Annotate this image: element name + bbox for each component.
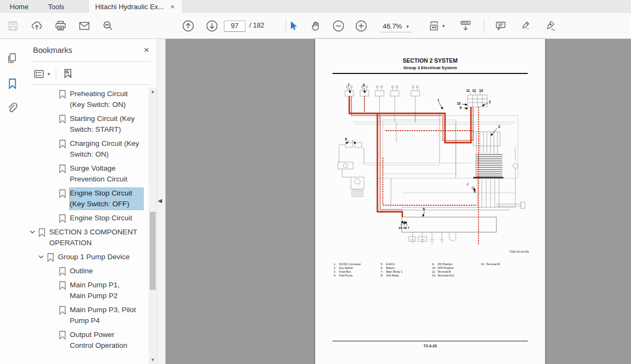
bookmarks-scrollbar[interactable]: ▲ ▼ xyxy=(149,87,157,364)
wiring-diagram: 7 8 1 11 12 13 10 9 2 3 6 J 4 5 34 48 7 xyxy=(331,82,529,251)
callout-1: 1 xyxy=(437,99,440,103)
legend-label: DC/DC Converter xyxy=(339,262,361,266)
divider xyxy=(32,84,150,85)
bookmark-icon xyxy=(58,331,67,340)
legend-label: Fuse Box xyxy=(339,270,351,273)
callout-13: 13 xyxy=(479,89,483,93)
bookmark-item[interactable]: Surge Voltage Prevention Circuit xyxy=(24,163,144,185)
page-number-input[interactable]: 97 xyxy=(224,21,245,32)
callout-4: 4 xyxy=(474,190,476,194)
bookmark-item-selected[interactable]: Engine Stop Circuit (Key Switch: OFF) xyxy=(24,188,144,210)
callout-11: 11 xyxy=(466,89,470,93)
bookmark-icon xyxy=(58,214,67,223)
legend-num: 7- xyxy=(381,270,386,274)
bookmark-item-section[interactable]: SECTION 3 COMPONENT OPERATION xyxy=(24,227,144,248)
bookmark-item-group[interactable]: Group 1 Pump Device xyxy=(24,252,144,262)
legend-num: 12- xyxy=(432,274,437,278)
legend-num: 5- xyxy=(381,262,386,266)
save-icon[interactable] xyxy=(6,19,19,32)
navigation-rail xyxy=(0,39,24,364)
tab-bar: Home Tools Hitachi Hydraulic Ex... × xyxy=(0,0,631,13)
pdf-page: SECTION 2 SYSTEM Group 3 Electrical Syst… xyxy=(315,39,545,364)
page-thumbnails-icon[interactable] xyxy=(5,51,19,65)
zoom-level-dropdown[interactable]: 46.7% ▾ xyxy=(381,21,412,32)
bookmark-icon xyxy=(58,267,67,276)
scrolling-mode-icon[interactable] xyxy=(459,19,472,32)
page-group-title: Group 3 Electrical System xyxy=(315,65,545,70)
search-icon[interactable] xyxy=(102,19,115,32)
panel-collapse-strip[interactable]: ◀ xyxy=(157,39,165,364)
callout-2: 2 xyxy=(489,100,491,104)
print-icon[interactable] xyxy=(54,19,67,32)
tab-document-label: Hitachi Hydraulic Ex... xyxy=(95,3,164,11)
bookmark-icon xyxy=(58,306,67,315)
scroll-up-icon[interactable]: ▲ xyxy=(149,87,157,96)
scroll-down-icon[interactable]: ▼ xyxy=(149,356,157,364)
previous-page-icon[interactable] xyxy=(182,19,195,32)
callout-j: J xyxy=(467,183,468,186)
bookmark-item[interactable]: Preheating Circuit (Key Switch: ON) xyxy=(24,89,144,110)
bookmark-item[interactable]: Outline xyxy=(24,266,144,277)
legend-num: 13- xyxy=(481,262,486,266)
hand-tool-icon[interactable] xyxy=(309,19,322,32)
tab-document[interactable]: Hitachi Hydraulic Ex... × xyxy=(88,0,183,13)
chevron-down-icon: ▾ xyxy=(442,23,445,29)
page-fit-dropdown[interactable]: ▾ xyxy=(428,20,445,32)
bookmark-icon xyxy=(58,164,67,173)
legend-label: Terminal ACC xyxy=(437,274,455,277)
bookmark-options-dropdown[interactable]: ▾ xyxy=(33,68,50,80)
legend-column: 1-DC/DC Converter 2-Key Switch 3-Fuse Bo… xyxy=(334,262,361,278)
callout-9: 9 xyxy=(460,106,462,110)
next-page-icon[interactable] xyxy=(205,19,218,32)
callout-10: 10 xyxy=(457,102,461,106)
bookmark-icon xyxy=(38,228,46,237)
bookmark-item[interactable]: Main Pump P3, Pilot Pump P4 xyxy=(24,305,144,326)
chevron-down-icon: ▾ xyxy=(48,71,50,77)
chevron-down-icon[interactable] xyxy=(30,230,35,234)
upload-cloud-icon[interactable] xyxy=(30,19,43,32)
close-panel-icon[interactable]: × xyxy=(144,45,149,55)
bookmark-label: Starting Circuit (Key Switch: START) xyxy=(70,113,144,135)
page-total-label: / 182 xyxy=(249,22,264,29)
bookmarks-panel: Bookmarks × ▾ Preheating Circuit (Key Sw… xyxy=(24,39,157,364)
page-footer-number: T2-3-23 xyxy=(315,344,545,348)
scrollbar-thumb[interactable] xyxy=(150,212,156,290)
email-icon[interactable] xyxy=(78,19,91,32)
tab-home[interactable]: Home xyxy=(0,0,38,13)
legend-column: 13-Terminal M xyxy=(481,262,500,266)
bookmark-label: Main Pump P1, Main Pump P2 xyxy=(70,280,135,301)
panel-title: Bookmarks xyxy=(33,46,72,55)
acrobat-window: Home Tools Hitachi Hydraulic Ex... × xyxy=(0,0,631,364)
new-bookmark-icon[interactable] xyxy=(62,68,75,80)
legend-label: OFF Position xyxy=(437,266,454,269)
bookmarks-icon[interactable] xyxy=(5,77,19,90)
bookmark-item[interactable]: Charging Circuit (Key Switch: ON) xyxy=(24,138,144,160)
bookmark-item[interactable]: Starting Circuit (Key Switch: START) xyxy=(24,113,144,135)
legend-column: 9-ON Position 10-OFF Position 11-Termina… xyxy=(432,262,455,278)
close-tab-icon[interactable]: × xyxy=(169,3,176,10)
bookmark-item[interactable]: Engine Stop Circuit xyxy=(24,213,144,224)
callout-34-48-7: 34 48 7 xyxy=(398,226,409,230)
main-area: Bookmarks × ▾ Preheating Circuit (Key Sw… xyxy=(0,39,631,364)
bookmark-item[interactable]: Output Power Control Operation xyxy=(24,329,144,351)
tab-tools[interactable]: Tools xyxy=(38,0,74,13)
legend-column: 5-E-ECU 6-Battery 7-Main Relay 1 8-IGN R… xyxy=(381,262,402,278)
collapse-panel-icon[interactable]: ◀ xyxy=(158,198,162,204)
legend-label: Fuel Pump xyxy=(339,274,353,277)
select-cursor-icon[interactable] xyxy=(287,19,300,32)
chevron-down-icon[interactable] xyxy=(38,255,44,259)
legend-label: Terminal M xyxy=(486,262,500,266)
divider xyxy=(56,68,56,80)
document-canvas[interactable]: SECTION 2 SYSTEM Group 3 Electrical Syst… xyxy=(165,39,631,364)
fill-and-sign-icon[interactable] xyxy=(544,19,557,32)
bookmark-item[interactable]: Main Pump P1, Main Pump P2 xyxy=(24,280,144,301)
callout-5: 5 xyxy=(423,208,425,212)
highlight-icon[interactable] xyxy=(519,19,532,32)
zoom-in-icon[interactable] xyxy=(355,19,368,32)
legend-label: Key Switch xyxy=(339,266,353,269)
legend-label: E-ECU xyxy=(386,262,395,266)
legend-num: 11- xyxy=(432,270,437,274)
attachments-icon[interactable] xyxy=(5,101,19,114)
zoom-out-icon[interactable] xyxy=(332,19,345,32)
comment-icon[interactable] xyxy=(494,19,507,32)
